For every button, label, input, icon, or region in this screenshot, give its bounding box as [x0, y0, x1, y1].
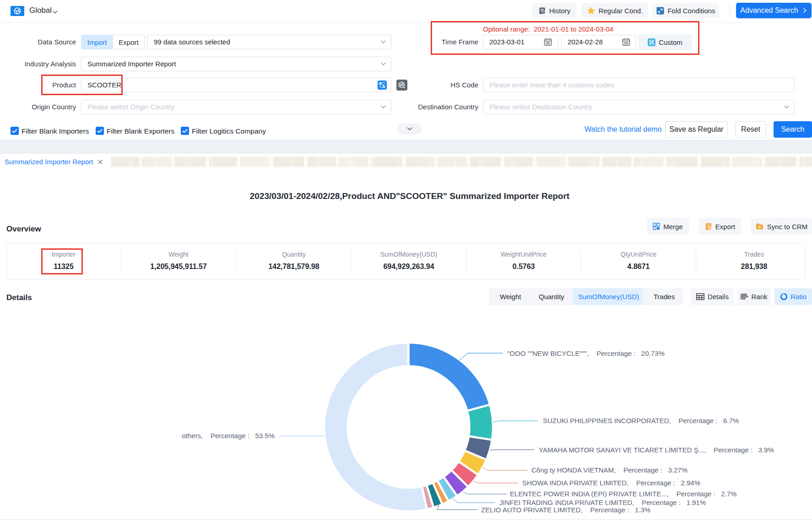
- svg-text:"OOO ""NEW BICYCLE""", Perc: "OOO ""NEW BICYCLE""", Percentage : 20.7…: [507, 349, 665, 357]
- svg-text:A: A: [382, 84, 385, 89]
- svg-text:others, Percentage : 53.5: others, Percentage : 53.5%: [182, 432, 275, 440]
- svg-text:SUZUKI PHILIPPINES INCORPORATE: SUZUKI PHILIPPINES INCORPORATED, Percent…: [543, 417, 739, 424]
- svg-text:ELENTEC POWER INDIA (EPI) PRIV: ELENTEC POWER INDIA (EPI) PRIVATE LIMITE…: [510, 490, 736, 498]
- svg-text:JINFEI TRADING INDIA PRIVATE L: JINFEI TRADING INDIA PRIVATE LIMITED, Pe…: [499, 499, 706, 506]
- svg-text:Công ty HONDA VIETNAM, Perc: Công ty HONDA VIETNAM, Percentage : 3.27…: [531, 466, 687, 474]
- svg-text:ZELIO AUTO PRIVATE LIMITED,: ZELIO AUTO PRIVATE LIMITED, Percentage :…: [481, 506, 650, 514]
- svg-text:SHOWA INDIA PRIVATE LIMITED,: SHOWA INDIA PRIVATE LIMITED, Percentage …: [522, 479, 700, 487]
- svg-text:YAMAHA MOTOR SANAYI VE TİCARET: YAMAHA MOTOR SANAYI VE TİCARET LİMİTED Ş…: [539, 446, 774, 454]
